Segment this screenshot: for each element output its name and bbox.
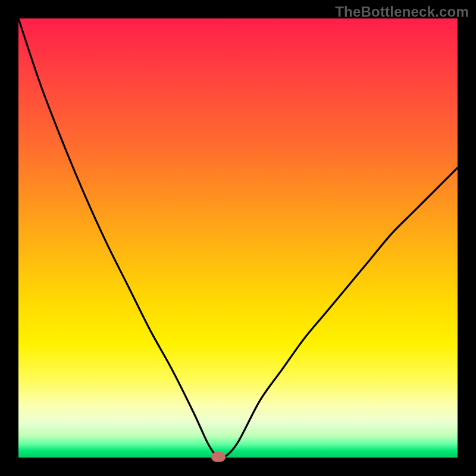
chart-frame: TheBottleneck.com [0,0,476,476]
bottleneck-curve [18,18,458,458]
optimum-marker [211,452,226,462]
plot-area [18,18,458,458]
watermark-text: TheBottleneck.com [335,4,469,20]
